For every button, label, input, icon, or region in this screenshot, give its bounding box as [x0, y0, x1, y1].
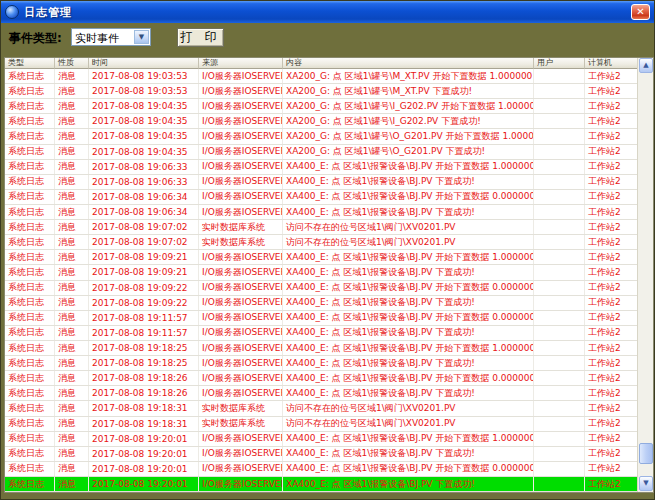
cell-type: 系统日志: [5, 311, 55, 325]
cell-time: 2017-08-08 19:06:34: [89, 205, 199, 219]
table-row[interactable]: 系统日志消息2017-08-08 19:11:57I/O服务器IOSERVERX…: [5, 326, 639, 341]
cell-nature: 消息: [55, 69, 89, 83]
table-row[interactable]: 系统日志消息2017-08-08 19:06:34I/O服务器IOSERVERX…: [5, 205, 639, 220]
table-row[interactable]: 系统日志消息2017-08-08 19:03:53I/O服务器IOSERVERX…: [5, 69, 639, 84]
cell-computer: 工作站2: [585, 175, 639, 189]
table-row[interactable]: 系统日志消息2017-08-08 19:11:57I/O服务器IOSERVERX…: [5, 311, 639, 326]
cell-nature: 消息: [55, 386, 89, 400]
cell-content: 访问不存在的位号区域1\阀门\XV0201.PV: [283, 220, 534, 234]
cell-source: 实时数据库系统: [199, 220, 283, 234]
cell-computer: 工作站2: [585, 99, 639, 113]
cell-source: I/O服务器IOSERVER: [199, 447, 283, 461]
cell-content: XA400_E: 点 区域1\报警设备\BJ.PV 开始下置数据 1.00000…: [283, 160, 534, 174]
table-row[interactable]: 系统日志消息2017-08-08 19:06:33I/O服务器IOSERVERX…: [5, 160, 639, 175]
cell-nature: 消息: [55, 160, 89, 174]
table-row[interactable]: 系统日志消息2017-08-08 19:06:34I/O服务器IOSERVERX…: [5, 190, 639, 205]
cell-nature: 消息: [55, 99, 89, 113]
column-header-type[interactable]: 类型: [5, 58, 55, 69]
cell-nature: 消息: [55, 114, 89, 128]
table-row[interactable]: 系统日志消息2017-08-08 19:03:53I/O服务器IOSERVERX…: [5, 84, 639, 99]
cell-content: XA400_E: 点 区域1\报警设备\BJ.PV 下置成功!: [283, 265, 534, 279]
cell-source: I/O服务器IOSERVER: [199, 386, 283, 400]
cell-nature: 消息: [55, 432, 89, 446]
column-header-source[interactable]: 来源: [199, 58, 283, 69]
table-row[interactable]: 系统日志消息2017-08-08 19:18:26I/O服务器IOSERVERX…: [5, 371, 639, 386]
cell-user: [534, 84, 585, 98]
table-row[interactable]: 系统日志消息2017-08-08 19:04:35I/O服务器IOSERVERX…: [5, 114, 639, 129]
cell-time: 2017-08-08 19:09:21: [89, 250, 199, 264]
vertical-scrollbar[interactable]: ▲ ▼: [637, 58, 653, 492]
cell-source: 实时数据库系统: [199, 417, 283, 431]
scroll-up-icon[interactable]: ▲: [639, 58, 653, 73]
cell-source: I/O服务器IOSERVER: [199, 356, 283, 370]
cell-nature: 消息: [55, 145, 89, 159]
cell-time: 2017-08-08 19:09:21: [89, 265, 199, 279]
cell-time: 2017-08-08 19:18:25: [89, 356, 199, 370]
cell-time: 2017-08-08 19:20:01: [89, 432, 199, 446]
cell-type: 系统日志: [5, 160, 55, 174]
table-row[interactable]: 系统日志消息2017-08-08 19:18:31实时数据库系统访问不存在的位号…: [5, 417, 639, 432]
table-row[interactable]: 系统日志消息2017-08-08 19:20:01I/O服务器IOSERVERX…: [5, 432, 639, 447]
cell-nature: 消息: [55, 326, 89, 340]
table-row[interactable]: 系统日志消息2017-08-08 19:07:02实时数据库系统访问不存在的位号…: [5, 220, 639, 235]
scrollbar-thumb[interactable]: [639, 443, 653, 464]
cell-content: XA400_E: 点 区域1\报警设备\BJ.PV 下置成功!: [283, 386, 534, 400]
cell-computer: 工作站2: [585, 205, 639, 219]
cell-computer: 工作站2: [585, 401, 639, 415]
table-row[interactable]: 系统日志消息2017-08-08 19:04:35I/O服务器IOSERVERX…: [5, 129, 639, 144]
chevron-down-icon[interactable]: ▼: [134, 30, 149, 44]
cell-source: I/O服务器IOSERVER: [199, 371, 283, 385]
table-row[interactable]: 系统日志消息2017-08-08 19:18:25I/O服务器IOSERVERX…: [5, 341, 639, 356]
table-row[interactable]: 系统日志消息2017-08-08 19:06:33I/O服务器IOSERVERX…: [5, 175, 639, 190]
scroll-down-icon[interactable]: ▼: [639, 476, 653, 491]
cell-source: I/O服务器IOSERVER: [199, 432, 283, 446]
table-row[interactable]: 系统日志消息2017-08-08 19:20:01I/O服务器IOSERVERX…: [5, 462, 639, 477]
cell-time: 2017-08-08 19:04:35: [89, 99, 199, 113]
cell-time: 2017-08-08 19:04:35: [89, 145, 199, 159]
cell-type: 系统日志: [5, 205, 55, 219]
close-icon[interactable]: ✕: [631, 4, 650, 20]
cell-time: 2017-08-08 19:03:53: [89, 69, 199, 83]
table-row[interactable]: 系统日志消息2017-08-08 19:04:35I/O服务器IOSERVERX…: [5, 145, 639, 160]
cell-computer: 工作站2: [585, 477, 639, 491]
cell-source: I/O服务器IOSERVER: [199, 160, 283, 174]
cell-type: 系统日志: [5, 371, 55, 385]
cell-time: 2017-08-08 19:04:35: [89, 129, 199, 143]
cell-computer: 工作站2: [585, 432, 639, 446]
cell-source: I/O服务器IOSERVER: [199, 205, 283, 219]
cell-user: [534, 311, 585, 325]
table-row[interactable]: 系统日志消息2017-08-08 19:04:35I/O服务器IOSERVERX…: [5, 99, 639, 114]
cell-nature: 消息: [55, 477, 89, 491]
table-row[interactable]: 系统日志消息2017-08-08 19:20:01I/O服务器IOSERVERX…: [5, 447, 639, 462]
cell-user: [534, 114, 585, 128]
column-header-user[interactable]: 用户: [534, 58, 585, 69]
cell-source: 实时数据库系统: [199, 401, 283, 415]
cell-type: 系统日志: [5, 175, 55, 189]
table-row[interactable]: 系统日志消息2017-08-08 19:09:22I/O服务器IOSERVERX…: [5, 281, 639, 296]
table-row-selected[interactable]: 系统日志消息2017-08-08 19:20:01I/O服务器IOSERVERX…: [5, 477, 639, 492]
cell-type: 系统日志: [5, 69, 55, 83]
column-header-nature[interactable]: 性质: [55, 58, 89, 69]
table-row[interactable]: 系统日志消息2017-08-08 19:18:31实时数据库系统访问不存在的位号…: [5, 401, 639, 416]
table-row[interactable]: 系统日志消息2017-08-08 19:09:22I/O服务器IOSERVERX…: [5, 296, 639, 311]
print-button[interactable]: 打 印: [177, 28, 224, 47]
cell-content: XA400_E: 点 区域1\报警设备\BJ.PV 下置成功!: [283, 477, 534, 491]
cell-computer: 工作站2: [585, 265, 639, 279]
column-header-content[interactable]: 内容: [283, 58, 534, 69]
cell-source: I/O服务器IOSERVER: [199, 145, 283, 159]
column-header-time[interactable]: 时间: [89, 58, 199, 69]
table-row[interactable]: 系统日志消息2017-08-08 19:18:25I/O服务器IOSERVERX…: [5, 356, 639, 371]
event-type-dropdown[interactable]: 实时事件 ▼: [71, 28, 151, 46]
table-row[interactable]: 系统日志消息2017-08-08 19:09:21I/O服务器IOSERVERX…: [5, 265, 639, 280]
cell-user: [534, 69, 585, 83]
table-row[interactable]: 系统日志消息2017-08-08 19:18:26I/O服务器IOSERVERX…: [5, 386, 639, 401]
table-row[interactable]: 系统日志消息2017-08-08 19:09:21I/O服务器IOSERVERX…: [5, 250, 639, 265]
cell-type: 系统日志: [5, 114, 55, 128]
table-header-row: 类型性质时间来源内容用户计算机: [5, 58, 639, 69]
cell-nature: 消息: [55, 190, 89, 204]
cell-source: I/O服务器IOSERVER: [199, 250, 283, 264]
cell-nature: 消息: [55, 205, 89, 219]
table-row[interactable]: 系统日志消息2017-08-08 19:07:02实时数据库系统访问不存在的位号…: [5, 235, 639, 250]
column-header-computer[interactable]: 计算机: [585, 58, 639, 69]
cell-computer: 工作站2: [585, 114, 639, 128]
